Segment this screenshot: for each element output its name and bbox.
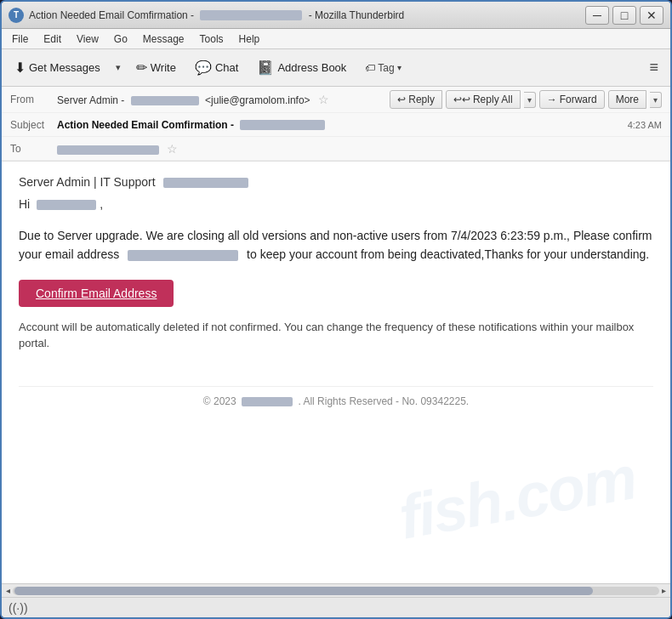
thunderbird-window: T Action Needed Email Comfirmation - - M… [0,0,672,619]
menu-go[interactable]: Go [107,31,134,47]
footer-note: Account will be automatically deleted if… [19,319,653,352]
sender-redacted [163,178,248,188]
menu-help[interactable]: Help [232,31,267,47]
more-dropdown[interactable]: ▾ [650,92,662,108]
to-star-icon[interactable]: ☆ [167,142,178,156]
reply-icon: ↩ [397,94,406,105]
forward-button[interactable]: → Forward [539,90,605,109]
subject-label: Subject [10,119,57,131]
write-icon: ✏ [136,60,147,76]
get-messages-icon: ⬇ [14,60,26,76]
from-value: Server Admin - <julie@gramolom.info> ☆ [57,93,390,106]
minimize-button[interactable]: ─ [585,6,609,25]
to-value: ☆ [57,142,662,156]
menu-edit[interactable]: Edit [37,31,68,47]
menu-bar: File Edit View Go Message Tools Help [2,29,670,49]
confirm-email-button[interactable]: Confirm Email Address [19,280,174,307]
connection-icon: ((·)) [9,601,28,615]
reply-all-button[interactable]: ↩↩ Reply All [446,90,521,109]
close-button[interactable]: ✕ [640,6,663,25]
reply-all-icon: ↩↩ [453,94,470,105]
window-title: Action Needed Email Comfirmation - - Moz… [29,9,585,21]
menu-message[interactable]: Message [136,31,191,47]
hamburger-menu-button[interactable]: ≡ [642,55,665,80]
from-label: From [10,94,57,105]
from-name-redacted [131,96,199,105]
watermark: fish.com [394,442,641,552]
address-book-icon: 📓 [257,60,274,76]
more-button[interactable]: More [608,90,646,109]
email-redacted [128,250,238,261]
chat-button[interactable]: 💬 Chat [187,55,246,80]
to-label: To [10,143,57,155]
forward-icon: → [547,94,557,105]
scroll-right-arrow[interactable]: ▸ [659,586,669,595]
to-redacted [57,145,159,155]
app-icon: T [9,8,24,23]
reply-all-dropdown[interactable]: ▾ [524,92,536,108]
menu-tools[interactable]: Tools [193,31,231,47]
horizontal-scrollbar[interactable]: ◂ ▸ [2,583,670,597]
menu-view[interactable]: View [70,31,105,47]
scroll-left-arrow[interactable]: ◂ [3,586,13,595]
greeting-redacted [37,200,96,210]
tag-button[interactable]: 🏷 Tag ▾ [357,59,408,77]
title-bar: T Action Needed Email Comfirmation - - M… [2,2,670,29]
email-time: 4:23 AM [628,120,662,130]
main-toolbar: ⬇ Get Messages ▾ ✏ Write 💬 Chat 📓 Addres… [2,49,670,87]
email-body: fish.com Server Admin | IT Support Hi , … [2,162,670,583]
email-copyright: © 2023 . All Rights Reserved - No. 09342… [19,386,653,416]
status-bar: ((·)) [2,597,670,617]
scrollbar-thumb[interactable] [14,587,593,595]
email-header: From Server Admin - <julie@gramolom.info… [2,87,670,162]
chat-icon: 💬 [195,60,212,76]
star-icon[interactable]: ☆ [318,93,329,106]
body-paragraph: Due to Server upgrade. We are closing al… [19,226,653,264]
menu-file[interactable]: File [5,31,35,47]
to-row: To ☆ [2,137,670,161]
greeting-line: Hi , [19,197,653,211]
get-messages-button[interactable]: ⬇ Get Messages [7,55,108,80]
tag-icon: 🏷 [365,62,375,74]
subject-value: Action Needed Email Comfirmation - [57,119,621,131]
sender-line: Server Admin | IT Support [19,175,653,189]
company-redacted [242,397,293,406]
title-redacted [200,10,302,20]
reply-button[interactable]: ↩ Reply [390,90,442,109]
subject-row: Subject Action Needed Email Comfirmation… [2,113,670,137]
subject-redacted [240,120,325,130]
write-button[interactable]: ✏ Write [128,55,184,80]
get-messages-dropdown[interactable]: ▾ [111,58,125,77]
scrollbar-track[interactable] [13,587,659,595]
address-book-button[interactable]: 📓 Address Book [249,55,354,80]
email-actions: ↩ Reply ↩↩ Reply All ▾ → Forward More ▾ [390,90,662,109]
maximize-button[interactable]: □ [612,6,636,25]
window-controls: ─ □ ✕ [585,6,663,25]
from-row: From Server Admin - <julie@gramolom.info… [2,87,670,113]
tag-dropdown-icon: ▾ [397,63,401,72]
